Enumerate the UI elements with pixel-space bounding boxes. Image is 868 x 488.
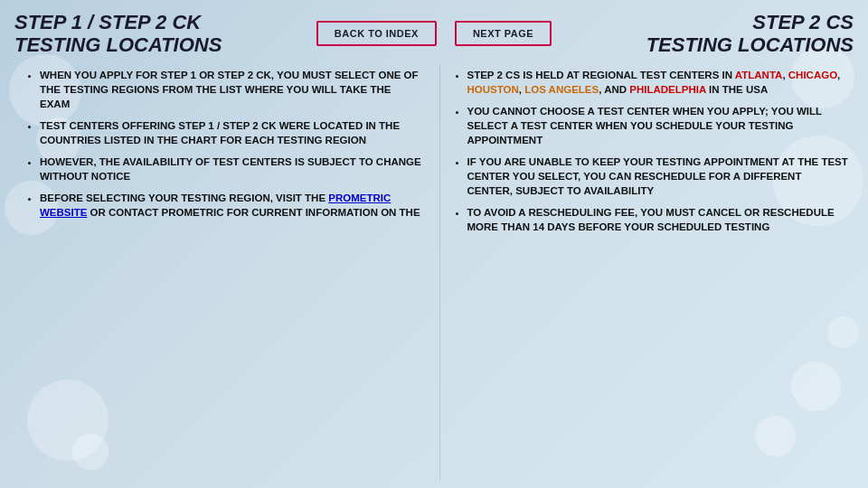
nav-buttons: BACK TO INDEX NEXT PAGE xyxy=(277,21,591,46)
back-to-index-button[interactable]: BACK TO INDEX xyxy=(316,21,437,46)
list-item: HOWEVER, THE AVAILABILITY OF TEST CENTER… xyxy=(40,155,423,183)
left-column: WHEN YOU APPLY FOR STEP 1 OR STEP 2 CK, … xyxy=(9,64,432,481)
right-column: STEP 2 CS IS HELD AT REGIONAL TEST CENTE… xyxy=(439,64,860,481)
right-title-line1: STEP 2 CS xyxy=(752,11,854,33)
city-houston: HOUSTON xyxy=(467,84,519,95)
right-title-line2: TESTING LOCATIONS xyxy=(646,33,854,56)
title-line2: TESTING LOCATIONS xyxy=(14,33,222,56)
title-line1: STEP 1 / STEP 2 CK xyxy=(14,11,201,33)
right-title: STEP 2 CS TESTING LOCATIONS xyxy=(600,11,854,57)
left-title: STEP 1 / STEP 2 CK TESTING LOCATIONS xyxy=(14,11,268,57)
list-item: YOU CANNOT CHOOSE A TEST CENTER WHEN YOU… xyxy=(467,104,851,147)
list-item: TO AVOID A RESCHEDULING FEE, YOU MUST CA… xyxy=(467,205,851,234)
main-content: WHEN YOU APPLY FOR STEP 1 OR STEP 2 CK, … xyxy=(0,64,868,488)
city-atlanta: ATLANTA xyxy=(735,70,783,80)
list-item: STEP 2 CS IS HELD AT REGIONAL TEST CENTE… xyxy=(467,68,851,97)
city-philadelphia: PHILADELPHIA xyxy=(629,84,706,95)
list-item: WHEN YOU APPLY FOR STEP 1 OR STEP 2 CK, … xyxy=(40,68,423,111)
list-item: BEFORE SELECTING YOUR TESTING REGION, VI… xyxy=(40,191,423,220)
list-item: TEST CENTERS OFFERING STEP 1 / STEP 2 CK… xyxy=(40,118,423,147)
next-page-button[interactable]: NEXT PAGE xyxy=(455,21,552,46)
city-los-angeles: LOS ANGELES xyxy=(524,84,599,95)
header: STEP 1 / STEP 2 CK TESTING LOCATIONS BAC… xyxy=(0,0,868,64)
list-item: IF YOU ARE UNABLE TO KEEP YOUR TESTING A… xyxy=(467,155,851,198)
prometric-link[interactable]: PROMETRIC WEBSITE xyxy=(40,192,391,218)
city-chicago: CHICAGO xyxy=(788,70,837,80)
